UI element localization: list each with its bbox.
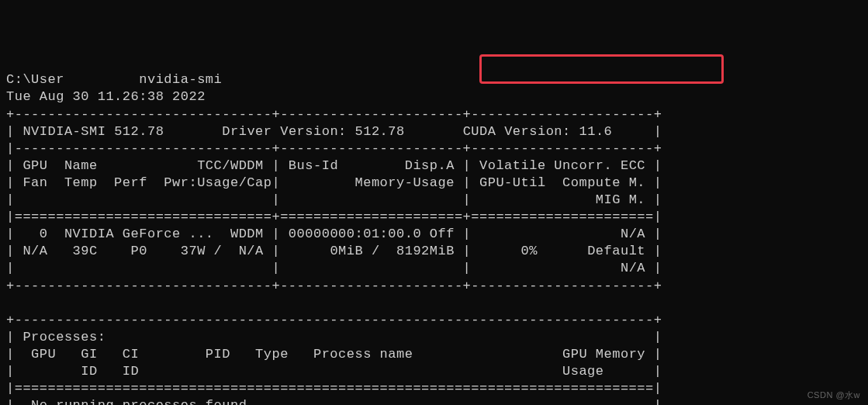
- gpu-row: 0 NVIDIA GeForce ... WDDM: [15, 227, 272, 241]
- smi-version: 512.78: [114, 124, 164, 139]
- terminal-output: C:\User nvidia-smi Tue Aug 30 11.26:38 2…: [6, 71, 862, 405]
- no-processes: No running processes found: [15, 398, 247, 405]
- command: nvidia-smi: [139, 72, 222, 87]
- processes-title: Processes:: [15, 330, 106, 344]
- driver-version: 512.78: [355, 124, 405, 139]
- cuda-version: 11.6: [579, 124, 612, 139]
- smi-label: NVIDIA-SMI: [22, 124, 105, 139]
- timestamp: Tue Aug 30 11.26:38 2022: [6, 89, 206, 104]
- cuda-label: CUDA Version:: [463, 124, 571, 139]
- watermark: CSDN @水w: [807, 389, 860, 400]
- prompt-path: C:\User: [6, 72, 64, 87]
- col-header: GPU Name TCC/WDDM: [15, 158, 272, 173]
- driver-label: Driver Version:: [222, 124, 347, 139]
